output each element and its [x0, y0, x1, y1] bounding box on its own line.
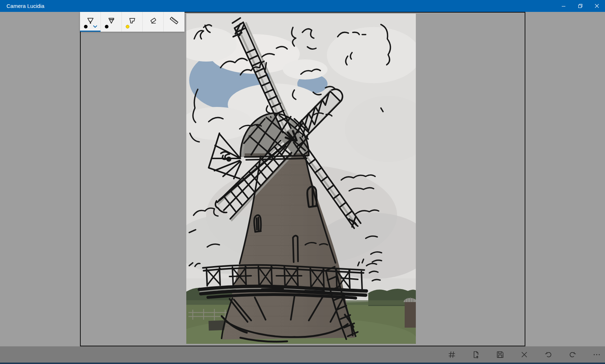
- selected-tool-indicator: [80, 31, 101, 32]
- save-icon: [496, 350, 504, 359]
- window-title: Camera Lucidia: [0, 3, 44, 9]
- bottom-appbar: [0, 346, 605, 363]
- highlighter-color-dot: [126, 25, 129, 28]
- chevron-down-icon[interactable]: [93, 25, 97, 28]
- minimize-button[interactable]: [555, 0, 572, 12]
- grid-icon: [448, 350, 456, 359]
- eraser-icon: [148, 15, 159, 26]
- tool-ruler[interactable]: [164, 12, 184, 32]
- export-button[interactable]: [469, 346, 483, 363]
- pencil-icon: [106, 15, 117, 26]
- ballpoint-pen-icon: [85, 15, 96, 26]
- minimize-icon: [561, 4, 566, 8]
- grid-button[interactable]: [445, 346, 459, 363]
- close-icon: [595, 4, 599, 8]
- taskbar-edge: [0, 363, 605, 364]
- tool-pencil[interactable]: [101, 12, 122, 32]
- restore-down-icon: [578, 4, 583, 8]
- export-page-icon: [472, 350, 480, 359]
- more-options-button[interactable]: [590, 346, 604, 363]
- close-x-icon: [520, 350, 529, 359]
- titlebar: Camera Lucidia: [0, 0, 605, 12]
- close-button[interactable]: [588, 0, 605, 12]
- ellipsis-icon: [592, 350, 601, 359]
- pencil-color-dot: [105, 25, 108, 28]
- restore-button[interactable]: [572, 0, 588, 12]
- ruler-icon: [169, 15, 179, 26]
- tool-eraser[interactable]: [143, 12, 164, 32]
- windmill-photo-with-sketch: [186, 14, 416, 344]
- pen-toolbar: [80, 12, 184, 32]
- save-button[interactable]: [493, 346, 507, 363]
- outbuilding: [404, 297, 416, 328]
- tool-ballpoint-pen[interactable]: [80, 12, 101, 32]
- redo-icon: [568, 350, 577, 359]
- drawing-canvas[interactable]: [80, 12, 525, 346]
- pen-color-dot: [84, 25, 88, 28]
- redo-button[interactable]: [565, 346, 580, 363]
- highlighter-icon: [127, 15, 138, 26]
- undo-button[interactable]: [541, 346, 556, 363]
- tool-highlighter[interactable]: [122, 12, 143, 32]
- close-drawing-button[interactable]: [517, 346, 531, 363]
- undo-icon: [544, 350, 553, 359]
- caption-buttons: [555, 0, 605, 12]
